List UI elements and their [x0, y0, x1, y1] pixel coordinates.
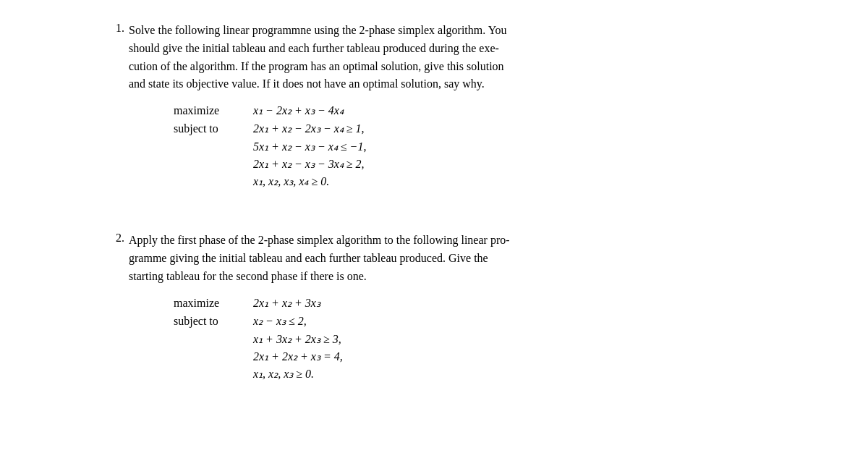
problem-1-number: 1.	[116, 22, 124, 35]
problem-2: 2. Apply the first phase of the 2-phase …	[116, 232, 839, 380]
constraints-block-2: subject to x₂ − x₃ ≤ 2, x₁ + 3x₂ + 2x₃ ≥…	[174, 314, 839, 381]
constraint-1-2: 2x₁ + x₂ − x₃ − 3x₄ ≥ 2,	[253, 157, 839, 171]
subject-to-label-2: subject to	[174, 315, 253, 328]
subject-to-row-1: subject to 2x₁ + x₂ − 2x₃ − x₄ ≥ 1,	[174, 122, 839, 135]
constraint-1-0: 2x₁ + x₂ − 2x₃ − x₄ ≥ 1,	[253, 122, 365, 135]
problem-1-math: maximize x₁ − 2x₂ + x₃ − 4x₄ subject to …	[174, 103, 839, 188]
maximize-expr-1: x₁ − 2x₂ + x₃ − 4x₄	[253, 103, 344, 117]
maximize-row-1: maximize x₁ − 2x₂ + x₃ − 4x₄	[174, 103, 839, 117]
constraint-1-1: 5x₁ + x₂ − x₃ − x₄ ≤ −1,	[253, 140, 839, 153]
problem-2-math: maximize 2x₁ + x₂ + 3x₃ subject to x₂ − …	[174, 296, 839, 381]
maximize-label-1: maximize	[174, 104, 253, 117]
problem-1: 1. Solve the following linear programmne…	[116, 22, 839, 188]
subject-to-row-2: subject to x₂ − x₃ ≤ 2,	[174, 314, 839, 328]
maximize-expr-2: 2x₁ + x₂ + 3x₃	[253, 296, 320, 310]
subject-to-label-1: subject to	[174, 122, 253, 135]
problem-2-number: 2.	[116, 232, 124, 245]
maximize-label-2: maximize	[174, 297, 253, 310]
constraints-block-1: subject to 2x₁ + x₂ − 2x₃ − x₄ ≥ 1, 5x₁ …	[174, 122, 839, 188]
problem-1-text: Solve the following linear programmne us…	[129, 22, 507, 93]
constraint-2-2: 2x₁ + 2x₂ + x₃ = 4,	[253, 350, 839, 363]
problem-2-text: Apply the first phase of the 2-phase sim…	[129, 232, 510, 285]
constraint-1-3: x₁, x₂, x₃, x₄ ≥ 0.	[253, 174, 839, 188]
constraint-2-0: x₂ − x₃ ≤ 2,	[253, 314, 307, 328]
constraint-2-1: x₁ + 3x₂ + 2x₃ ≥ 3,	[253, 332, 839, 346]
constraint-2-3: x₁, x₂, x₃ ≥ 0.	[253, 367, 839, 381]
maximize-row-2: maximize 2x₁ + x₂ + 3x₃	[174, 296, 839, 310]
